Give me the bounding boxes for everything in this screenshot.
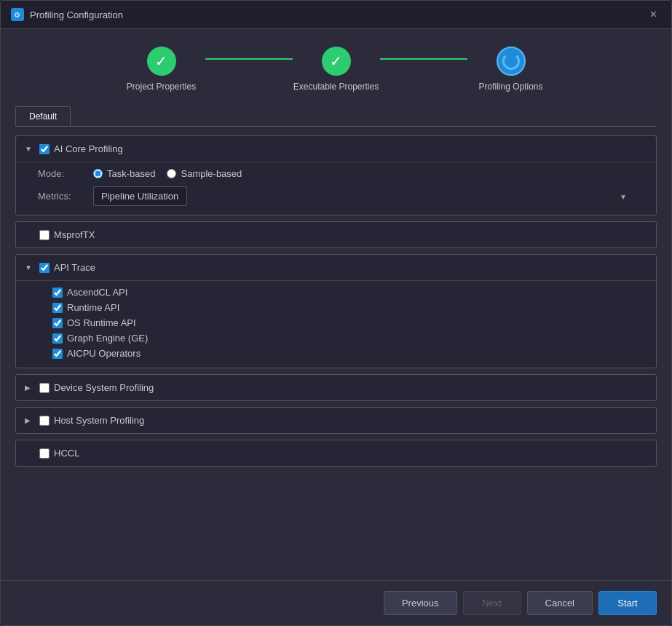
tab-default[interactable]: Default: [15, 106, 71, 126]
step-label-executable: Executable Properties: [293, 82, 379, 92]
os-runtime-label[interactable]: OS Runtime API: [52, 317, 634, 328]
api-trace-label: API Trace: [54, 262, 95, 273]
ascendcl-text: AscendCL API: [67, 287, 127, 298]
radio-task-based[interactable]: Task-based: [93, 168, 155, 179]
aicpu-text: AICPU Operators: [67, 348, 141, 359]
title-bar: ⚙ Profiling Configuration ×: [1, 1, 671, 29]
chevron-device-system: ▶: [25, 384, 33, 392]
graph-engine-label[interactable]: Graph Engine (GE): [52, 333, 634, 344]
wizard-steps: ✓ Project Properties ✓ Executable Proper…: [1, 29, 671, 106]
graph-engine-checkbox[interactable]: [52, 333, 63, 344]
section-device-system-header[interactable]: ▶ Device System Profiling: [16, 375, 656, 400]
section-ai-core: ▼ AI Core Profiling Mode: Task-based Sam…: [15, 135, 657, 215]
ai-core-checkbox-label[interactable]: AI Core Profiling: [39, 143, 123, 154]
step-label-profiling: Profiling Options: [478, 82, 542, 92]
os-runtime-checkbox[interactable]: [52, 318, 63, 328]
connector-1: [205, 58, 293, 60]
api-trace-checkbox[interactable]: [39, 263, 50, 273]
api-trace-children: AscendCL API Runtime API OS Runtime API …: [16, 280, 656, 368]
check-icon-project: ✓: [155, 52, 167, 70]
device-system-checkbox[interactable]: [39, 383, 50, 393]
ai-core-checkbox[interactable]: [39, 144, 50, 154]
os-runtime-text: OS Runtime API: [67, 317, 136, 328]
msproftx-label: MsprofTX: [54, 229, 95, 240]
runtime-text: Runtime API: [67, 302, 119, 313]
radio-task-based-input[interactable]: [93, 169, 103, 178]
profiling-configuration-dialog: ⚙ Profiling Configuration × ✓ Project Pr…: [0, 0, 672, 626]
runtime-label[interactable]: Runtime API: [52, 302, 634, 313]
runtime-checkbox[interactable]: [52, 303, 63, 313]
section-host-system: ▶ Host System Profiling: [15, 407, 657, 434]
chevron-api-trace: ▼: [25, 264, 33, 272]
title-bar-left: ⚙ Profiling Configuration: [11, 8, 123, 21]
msproftx-checkbox[interactable]: [39, 230, 50, 240]
chevron-ai-core: ▼: [25, 145, 33, 153]
radio-sample-based-label: Sample-based: [181, 168, 242, 179]
cancel-button[interactable]: Cancel: [527, 591, 593, 615]
section-device-system: ▶ Device System Profiling: [15, 374, 657, 401]
check-icon-executable: ✓: [330, 52, 342, 70]
section-msproftx: ▶ MsprofTX: [15, 221, 657, 248]
msproftx-checkbox-label[interactable]: MsprofTX: [39, 229, 95, 240]
section-hccl-header[interactable]: ▶ HCCL: [16, 440, 656, 466]
radio-sample-based[interactable]: Sample-based: [167, 168, 242, 179]
ascendcl-checkbox[interactable]: [52, 288, 63, 298]
aicpu-label[interactable]: AICPU Operators: [52, 348, 634, 359]
tabs-bar: Default: [15, 106, 657, 127]
dialog-title: Profiling Configuration: [30, 9, 123, 20]
device-system-label: Device System Profiling: [54, 382, 154, 393]
api-trace-checkbox-label[interactable]: API Trace: [39, 262, 95, 273]
ai-core-content: Mode: Task-based Sample-based Metrics: P: [16, 162, 656, 215]
section-host-system-header[interactable]: ▶ Host System Profiling: [16, 408, 656, 433]
start-button[interactable]: Start: [598, 591, 657, 615]
metrics-select[interactable]: Pipeline Utilization Full Custom: [93, 186, 187, 206]
section-api-trace-header[interactable]: ▼ API Trace: [16, 255, 656, 280]
hccl-checkbox-label[interactable]: HCCL: [39, 448, 79, 459]
step-label-project: Project Properties: [127, 82, 196, 92]
step-circle-project: ✓: [147, 47, 176, 76]
metrics-label: Metrics:: [38, 191, 82, 202]
graph-engine-text: Graph Engine (GE): [67, 333, 148, 344]
metrics-select-wrapper: Pipeline Utilization Full Custom: [93, 186, 634, 206]
aicpu-checkbox[interactable]: [52, 349, 63, 359]
host-system-checkbox[interactable]: [39, 416, 50, 426]
mode-row: Mode: Task-based Sample-based: [38, 168, 634, 179]
footer: Previous Next Cancel Start: [1, 580, 671, 625]
section-ai-core-header[interactable]: ▼ AI Core Profiling: [16, 136, 656, 162]
step-circle-profiling: [497, 47, 526, 76]
mode-label: Mode:: [38, 168, 82, 179]
next-button: Next: [463, 591, 521, 615]
hccl-checkbox[interactable]: [39, 448, 50, 459]
section-api-trace: ▼ API Trace AscendCL API Runtime API OS: [15, 254, 657, 368]
section-msproftx-header[interactable]: ▶ MsprofTX: [16, 222, 656, 247]
connector-2: [380, 58, 467, 60]
chevron-host-system: ▶: [25, 416, 33, 424]
svg-text:⚙: ⚙: [14, 11, 20, 19]
section-hccl: ▶ HCCL: [15, 440, 657, 467]
step-profiling-options: Profiling Options: [467, 47, 555, 92]
close-button[interactable]: ×: [646, 7, 661, 23]
step-project-properties: ✓ Project Properties: [118, 47, 205, 92]
device-system-checkbox-label[interactable]: Device System Profiling: [39, 382, 154, 393]
ai-core-label: AI Core Profiling: [54, 143, 123, 154]
loading-spinner: [502, 52, 520, 70]
main-content: Default ▼ AI Core Profiling Mode: Task-b…: [1, 106, 671, 580]
radio-task-based-label: Task-based: [107, 168, 155, 179]
metrics-row: Metrics: Pipeline Utilization Full Custo…: [38, 186, 634, 206]
step-circle-executable: ✓: [322, 47, 351, 76]
app-icon: ⚙: [11, 8, 24, 21]
host-system-checkbox-label[interactable]: Host System Profiling: [39, 415, 144, 426]
step-executable-properties: ✓ Executable Properties: [293, 47, 380, 92]
previous-button[interactable]: Previous: [384, 591, 457, 615]
hccl-label: HCCL: [54, 448, 79, 459]
radio-sample-based-input[interactable]: [167, 169, 176, 178]
host-system-label: Host System Profiling: [54, 415, 144, 426]
ascendcl-label[interactable]: AscendCL API: [52, 287, 634, 298]
